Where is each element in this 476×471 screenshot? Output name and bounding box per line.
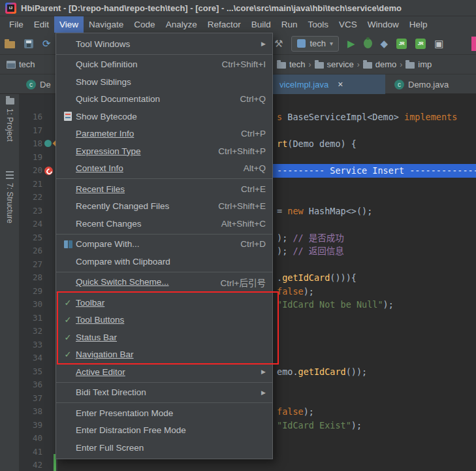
module-icon xyxy=(7,61,16,69)
menu-help[interactable]: Help xyxy=(404,16,433,33)
line-number[interactable]: 42 xyxy=(20,459,57,471)
code-token: (Demo demo) { xyxy=(287,138,357,149)
menu-code[interactable]: Code xyxy=(129,16,160,33)
line-number[interactable]: 34 xyxy=(20,351,57,365)
view-menu-item-show-siblings[interactable]: Show Siblings xyxy=(56,73,272,91)
view-menu-item-compare-with[interactable]: Compare With...Ctrl+D xyxy=(56,236,272,253)
line-number[interactable]: 29 xyxy=(20,285,57,299)
menu-view[interactable]: View xyxy=(54,16,84,33)
line-number[interactable]: 21 xyxy=(20,178,57,191)
view-menu-item-tool-windows[interactable]: Tool Windows▶ xyxy=(56,35,272,53)
view-menu-item-quick-documentation[interactable]: Quick DocumentationCtrl+Q xyxy=(56,91,272,108)
line-number[interactable]: 17 xyxy=(20,124,57,138)
crumb-demo[interactable]: demo xyxy=(363,59,397,69)
view-menu-item-active-editor[interactable]: Active Editor▶ xyxy=(56,363,272,381)
menu-analyze[interactable]: Analyze xyxy=(161,16,202,33)
menu-refactor[interactable]: Refactor xyxy=(202,16,246,33)
run-config-select[interactable]: tech ▾ xyxy=(291,36,339,52)
code-token: ())){ xyxy=(330,272,357,283)
menu-item-label: Active Editor xyxy=(76,367,253,377)
view-menu-item-bidi-text-direction[interactable]: Bidi Text Direction▶ xyxy=(56,384,272,402)
coverage-icon[interactable]: ◆ xyxy=(381,39,389,48)
line-number[interactable]: 22 xyxy=(20,191,57,204)
close-icon[interactable]: × xyxy=(338,79,343,89)
line-number[interactable]: 26 xyxy=(20,244,57,258)
line-number[interactable]: 31 xyxy=(20,312,57,325)
line-number[interactable]: 39 xyxy=(20,419,57,432)
tab-demo[interactable]: cDemo.java xyxy=(388,74,455,94)
menu-item-label: Show Bytecode xyxy=(76,112,266,122)
menu-vcs[interactable]: VCS xyxy=(334,16,362,33)
view-menu-item-recent-files[interactable]: Recent FilesCtrl+E xyxy=(56,180,272,198)
crumb-imp[interactable]: imp xyxy=(405,59,432,69)
run-icon[interactable]: ▶ xyxy=(347,39,355,48)
view-menu-item-recently-changed-files[interactable]: Recently Changed FilesCtrl+Shift+E xyxy=(56,198,272,216)
bookmark-icon[interactable] xyxy=(44,167,53,175)
debug-icon[interactable] xyxy=(364,39,372,48)
line-number[interactable]: 19 xyxy=(20,151,57,165)
code-token: implements xyxy=(404,112,457,122)
implement-marker-icon[interactable] xyxy=(44,140,52,147)
menu-tools[interactable]: Tools xyxy=(303,16,334,33)
line-number[interactable]: 35 xyxy=(20,365,57,379)
view-menu-item-compare-with-clipboard[interactable]: Compare with Clipboard xyxy=(56,253,272,270)
folder-icon xyxy=(315,62,324,69)
profiler-icon[interactable]: ▣ xyxy=(434,39,443,48)
menu-edit[interactable]: Edit xyxy=(29,16,54,33)
view-menu-item-context-info[interactable]: Context InfoAlt+Q xyxy=(56,160,272,178)
line-number[interactable]: 25 xyxy=(20,231,57,245)
tab-de[interactable]: cDe xyxy=(20,74,56,94)
stripe-project[interactable]: 1: Project xyxy=(0,98,20,142)
view-menu-item-expression-type[interactable]: Expression TypeCtrl+Shift+P xyxy=(56,142,272,160)
code-text: false); xyxy=(277,285,314,299)
menu-navigate[interactable]: Navigate xyxy=(84,16,129,33)
code-token: false xyxy=(277,286,304,297)
bytecode-icon xyxy=(64,112,72,121)
line-number[interactable]: 33 xyxy=(20,338,57,352)
view-menu-item-parameter-info[interactable]: Parameter InfoCtrl+P xyxy=(56,125,272,143)
stripe-structure[interactable]: 7: Structure xyxy=(0,171,20,223)
code-token: getIdCard xyxy=(298,366,346,377)
code-token: = xyxy=(277,206,287,216)
view-menu-item-quick-definition[interactable]: Quick DefinitionCtrl+Shift+I xyxy=(56,56,272,74)
submenu-arrow-icon: ▶ xyxy=(261,368,266,375)
line-number[interactable]: 24 xyxy=(20,218,57,231)
menu-item-shortcut: Ctrl+Shift+E xyxy=(218,201,266,211)
line-number[interactable]: 23 xyxy=(20,204,57,218)
view-menu-item-enter-presentation-mode[interactable]: Enter Presentation Mode xyxy=(56,404,272,422)
menu-item-label: Context Info xyxy=(76,163,230,173)
view-menu-item-enter-full-screen[interactable]: Enter Full Screen xyxy=(56,439,272,457)
line-number[interactable]: 40 xyxy=(20,432,57,446)
line-number[interactable]: 28 xyxy=(20,271,57,285)
menu-run[interactable]: Run xyxy=(276,16,303,33)
menu-file[interactable]: File xyxy=(4,16,29,33)
crumb-root-tech[interactable]: tech xyxy=(7,59,35,69)
code-line-42[interactable] xyxy=(57,459,476,471)
menu-window[interactable]: Window xyxy=(362,16,404,33)
line-number[interactable]: 27 xyxy=(20,258,57,272)
menu-build[interactable]: Build xyxy=(246,16,276,33)
build-icon[interactable]: ⚒ xyxy=(274,39,283,48)
open-project-icon[interactable] xyxy=(5,41,15,48)
tab-serviceimpl[interactable]: viceImpl.java× xyxy=(273,74,385,94)
view-menu-item-show-bytecode[interactable]: Show Bytecode xyxy=(56,108,272,125)
view-menu-item-recent-changes[interactable]: Recent ChangesAlt+Shift+C xyxy=(56,215,272,233)
view-menu-item-quick-switch-scheme[interactable]: Quick Switch Scheme...Ctrl+后引号 xyxy=(56,274,272,291)
menu-item-label: Recent Changes xyxy=(76,219,208,229)
synchronize-icon[interactable]: ⟳ xyxy=(42,39,51,48)
crumb-service[interactable]: service xyxy=(315,59,354,69)
line-number[interactable]: 37 xyxy=(20,392,57,406)
line-number[interactable]: 36 xyxy=(20,378,57,392)
save-all-icon[interactable] xyxy=(24,39,33,48)
line-number[interactable]: 38 xyxy=(20,405,57,419)
crumb-tech[interactable]: tech xyxy=(277,59,306,69)
view-menu-item-enter-distraction-free-mode[interactable]: Enter Distraction Free Mode xyxy=(56,422,272,440)
line-number[interactable]: 30 xyxy=(20,298,57,312)
line-number[interactable]: 41 xyxy=(20,446,57,459)
line-number[interactable]: 32 xyxy=(20,325,57,338)
diff-icon xyxy=(64,240,72,248)
toolbar-clipped-icon[interactable] xyxy=(471,37,476,51)
line-number[interactable]: 16 xyxy=(20,110,57,124)
debug-with-jrebel-icon[interactable]: JR xyxy=(415,39,426,49)
run-with-jrebel-icon[interactable]: JR xyxy=(396,39,407,49)
